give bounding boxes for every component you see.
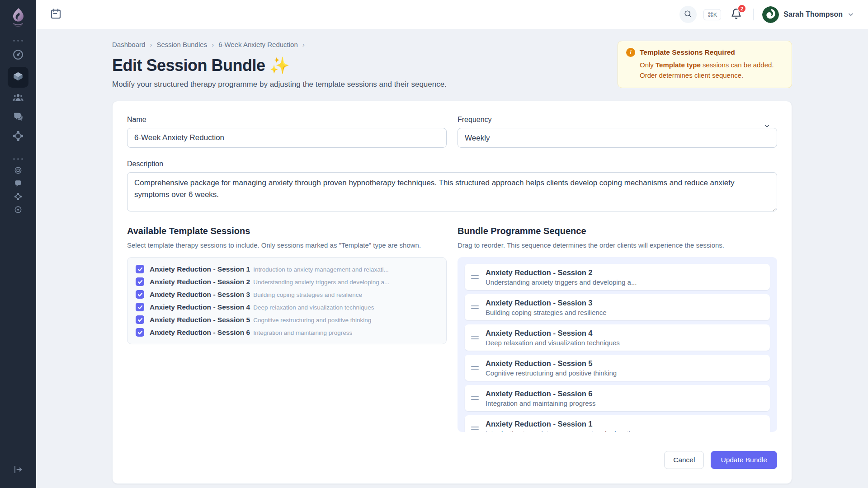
drag-handle-icon[interactable] xyxy=(471,273,479,281)
drag-handle-icon[interactable] xyxy=(471,334,479,341)
session-description: Understanding anxiety triggers and devel… xyxy=(253,279,389,286)
session-title: Anxiety Reduction - Session 4 xyxy=(150,303,250,311)
session-description: Integration and maintaining progress xyxy=(253,329,352,336)
sidebar-item-session-bundles[interactable] xyxy=(8,67,28,88)
sidebar-collapse-button[interactable] xyxy=(9,461,28,480)
form-actions: Cancel Update Bundle xyxy=(127,443,777,469)
network-nodes-icon xyxy=(12,130,24,144)
avatar xyxy=(762,6,779,23)
sequence-card[interactable]: Anxiety Reduction - Session 1 Introducti… xyxy=(465,415,770,432)
sidebar-item-network[interactable] xyxy=(8,127,28,146)
clients-people-icon xyxy=(12,92,24,106)
sidebar-dots-divider xyxy=(13,40,23,42)
sequence-title: Anxiety Reduction - Session 4 xyxy=(486,329,620,338)
checkbox-checked-icon[interactable] xyxy=(136,277,144,286)
sidebar-item-record[interactable] xyxy=(8,204,28,217)
cancel-button[interactable]: Cancel xyxy=(664,451,704,469)
sequence-title: Anxiety Reduction - Session 2 xyxy=(486,268,637,277)
sequence-title: Anxiety Reduction - Session 5 xyxy=(486,359,617,368)
page-subtitle: Modify your structured therapy programme… xyxy=(112,80,447,89)
sidebar-item-chat-small[interactable] xyxy=(8,178,28,191)
breadcrumb-link[interactable]: Session Bundles xyxy=(156,41,207,48)
user-name: Sarah Thompson xyxy=(783,10,843,19)
sidebar-item-dashboard[interactable] xyxy=(8,46,28,65)
search-button[interactable] xyxy=(679,6,697,23)
user-menu[interactable]: Sarah Thompson xyxy=(762,6,854,23)
session-description: Introduction to anxiety management and r… xyxy=(253,266,388,273)
app-logo[interactable] xyxy=(7,6,29,28)
sidebar-item-messages[interactable] xyxy=(8,108,28,127)
session-title: Anxiety Reduction - Session 5 xyxy=(150,316,250,324)
sidebar-item-target[interactable] xyxy=(8,164,28,178)
session-description: Deep relaxation and visualization techni… xyxy=(253,304,374,311)
sequence-card[interactable]: Anxiety Reduction - Session 2 Understand… xyxy=(465,264,770,290)
session-checkbox-row[interactable]: Anxiety Reduction - Session 1Introductio… xyxy=(136,265,438,273)
checkbox-checked-icon[interactable] xyxy=(136,303,144,311)
sidebar-item-clients[interactable] xyxy=(8,89,28,108)
frequency-select[interactable]: Weekly xyxy=(458,128,777,148)
name-label: Name xyxy=(127,116,447,124)
edit-bundle-form-card: Name Frequency Weekly xyxy=(112,101,792,484)
sequence-description: Deep relaxation and visualization techni… xyxy=(486,339,620,347)
breadcrumb-separator-icon: › xyxy=(150,41,152,48)
record-circle-icon xyxy=(14,205,23,216)
sidebar-item-nodes-small[interactable] xyxy=(8,191,28,204)
checkbox-checked-icon[interactable] xyxy=(136,290,144,299)
alert-title: Template Sessions Required xyxy=(640,48,735,56)
topbar: ⌘K 2 xyxy=(36,0,868,29)
description-textarea[interactable]: Comprehensive package for managing anxie… xyxy=(127,172,777,211)
description-label: Description xyxy=(127,160,777,168)
search-icon xyxy=(684,9,692,20)
notification-count-badge: 2 xyxy=(737,4,746,13)
checkbox-checked-icon[interactable] xyxy=(136,265,144,273)
checkbox-checked-icon[interactable] xyxy=(136,328,144,337)
drag-handle-icon[interactable] xyxy=(471,394,479,402)
breadcrumb: Dashboard › Session Bundles › 6-Week Anx… xyxy=(112,41,447,48)
bundle-sequence-list: Anxiety Reduction - Session 2 Understand… xyxy=(458,257,777,432)
keyboard-shortcut-badge: ⌘K xyxy=(703,9,722,20)
session-title: Anxiety Reduction - Session 1 xyxy=(150,265,250,273)
alert-body: Only Template type sessions can be added… xyxy=(640,60,783,80)
sequence-card[interactable]: Anxiety Reduction - Session 5 Cognitive … xyxy=(465,355,770,381)
session-checkbox-row[interactable]: Anxiety Reduction - Session 5Cognitive r… xyxy=(136,315,438,324)
checkbox-checked-icon[interactable] xyxy=(136,315,144,324)
sequence-card[interactable]: Anxiety Reduction - Session 6 Integratio… xyxy=(465,385,770,411)
sequence-title: Anxiety Reduction - Session 1 xyxy=(486,420,636,428)
sequence-description: Understanding anxiety triggers and devel… xyxy=(486,278,637,286)
session-title: Anxiety Reduction - Session 2 xyxy=(150,278,250,286)
template-sessions-alert: i Template Sessions Required Only Templa… xyxy=(618,41,792,88)
bell-icon xyxy=(731,13,742,21)
nodes-small-icon xyxy=(14,192,23,203)
bundles-cube-icon xyxy=(12,70,24,84)
dashboard-gauge-icon xyxy=(12,49,24,62)
app-root: ⌘K 2 xyxy=(0,0,868,488)
drag-handle-icon[interactable] xyxy=(471,425,479,432)
collapse-sidebar-icon xyxy=(13,464,24,477)
sidebar-dots-divider-2 xyxy=(13,158,23,160)
sequence-card[interactable]: Anxiety Reduction - Session 4 Deep relax… xyxy=(465,324,770,351)
update-bundle-button[interactable]: Update Bundle xyxy=(711,451,777,469)
notifications-button[interactable]: 2 xyxy=(731,8,742,21)
available-sessions-section: Available Template Sessions Select templ… xyxy=(127,226,447,432)
sparkles-icon: ✨ xyxy=(269,56,289,75)
drag-handle-icon[interactable] xyxy=(471,304,479,311)
chat-small-icon xyxy=(14,179,23,190)
session-title: Anxiety Reduction - Session 6 xyxy=(150,328,250,336)
sequence-card[interactable]: Anxiety Reduction - Session 3 Building c… xyxy=(465,294,770,320)
breadcrumb-link[interactable]: 6-Week Anxiety Reduction xyxy=(218,41,298,48)
session-checkbox-row[interactable]: Anxiety Reduction - Session 4Deep relaxa… xyxy=(136,303,438,311)
page-title: Edit Session Bundle ✨ xyxy=(112,56,447,75)
drag-handle-icon[interactable] xyxy=(471,364,479,371)
session-checkbox-row[interactable]: Anxiety Reduction - Session 2Understandi… xyxy=(136,277,438,286)
sequence-description: Cognitive restructuring and positive thi… xyxy=(486,369,617,377)
available-sessions-subtitle: Select template therapy sessions to incl… xyxy=(127,241,447,249)
bundle-sequence-subtitle: Drag to reorder. This sequence determine… xyxy=(458,241,777,249)
session-checkbox-row[interactable]: Anxiety Reduction - Session 6Integration… xyxy=(136,328,438,337)
session-title: Anxiety Reduction - Session 3 xyxy=(150,291,250,298)
name-input[interactable] xyxy=(127,128,447,148)
available-sessions-heading: Available Template Sessions xyxy=(127,226,447,236)
calendar-icon[interactable] xyxy=(50,8,62,22)
session-checkbox-row[interactable]: Anxiety Reduction - Session 3Building co… xyxy=(136,290,438,299)
sequence-title: Anxiety Reduction - Session 3 xyxy=(486,299,607,307)
breadcrumb-link[interactable]: Dashboard xyxy=(112,41,145,48)
